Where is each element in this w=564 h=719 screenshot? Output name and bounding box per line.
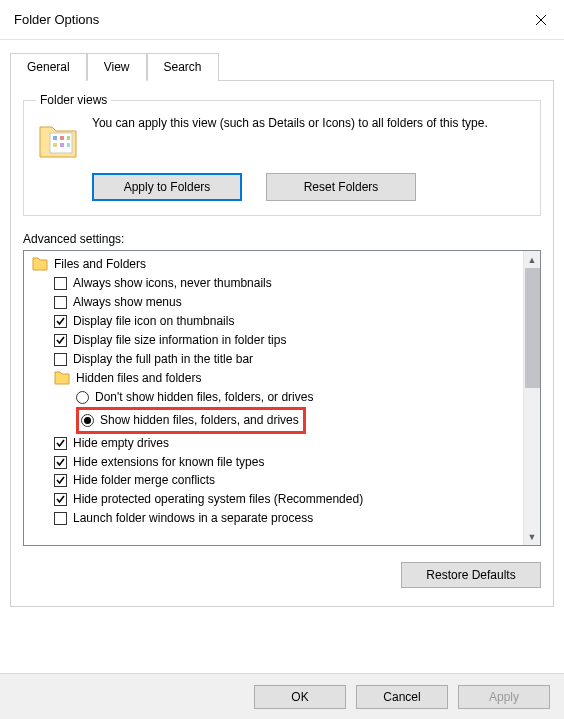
tab-general[interactable]: General [10,53,87,81]
folder-icon [32,257,48,271]
opt-hide-protected[interactable]: Hide protected operating system files (R… [32,490,520,509]
scroll-down-icon[interactable]: ▼ [524,528,541,545]
opt-hide-ext[interactable]: Hide extensions for known file types [32,453,520,472]
opt-launch-separate[interactable]: Launch folder windows in a separate proc… [32,509,520,528]
restore-defaults-button[interactable]: Restore Defaults [401,562,541,588]
tree-group-files-folders: Files and Folders [32,255,520,274]
folder-views-text: You can apply this view (such as Details… [92,115,528,163]
opt-hide-empty[interactable]: Hide empty drives [32,434,520,453]
folder-views-group: Folder views You can apply this view (su… [23,93,541,216]
svg-rect-2 [60,136,64,140]
svg-rect-3 [67,136,70,140]
folder-icon [54,371,70,385]
ok-button[interactable]: OK [254,685,346,709]
svg-rect-1 [53,136,57,140]
tab-strip: General View Search [10,52,554,80]
overflow-fade [24,529,522,545]
tab-view[interactable]: View [87,53,147,81]
vertical-scrollbar[interactable]: ▲ ▼ [523,251,540,545]
checkbox-checked-icon [54,456,67,469]
svg-rect-5 [60,143,64,147]
checkbox-checked-icon [54,334,67,347]
reset-folders-button[interactable]: Reset Folders [266,173,416,201]
folder-views-legend: Folder views [36,93,111,107]
opt-dont-show-hidden[interactable]: Don't show hidden files, folders, or dri… [32,388,520,407]
title-bar: Folder Options [0,0,564,40]
highlight-annotation: Show hidden files, folders, and drives [76,407,306,434]
tab-panel-view: Folder views You can apply this view (su… [10,80,554,607]
checkbox-checked-icon [54,315,67,328]
scroll-thumb[interactable] [525,268,540,388]
folder-preview-icon [36,119,80,163]
radio-selected-icon [81,414,94,427]
opt-hide-merge[interactable]: Hide folder merge conflicts [32,471,520,490]
tree-group-hidden: Hidden files and folders [32,369,520,388]
close-button[interactable] [518,0,564,40]
checkbox-checked-icon [54,437,67,450]
tab-search[interactable]: Search [147,53,219,81]
dialog-footer: OK Cancel Apply [0,673,564,719]
opt-always-icons[interactable]: Always show icons, never thumbnails [32,274,520,293]
opt-full-path[interactable]: Display the full path in the title bar [32,350,520,369]
checkbox-icon [54,277,67,290]
opt-size-tips[interactable]: Display file size information in folder … [32,331,520,350]
close-icon [535,14,547,26]
checkbox-checked-icon [54,474,67,487]
opt-show-hidden[interactable]: Show hidden files, folders, and drives [32,407,520,434]
apply-button[interactable]: Apply [458,685,550,709]
svg-rect-6 [67,143,70,147]
checkbox-checked-icon [54,493,67,506]
opt-always-menus[interactable]: Always show menus [32,293,520,312]
advanced-settings-tree: Files and Folders Always show icons, nev… [23,250,541,546]
apply-to-folders-button[interactable]: Apply to Folders [92,173,242,201]
checkbox-icon [54,353,67,366]
scroll-up-icon[interactable]: ▲ [524,251,541,268]
advanced-settings-label: Advanced settings: [23,232,541,246]
radio-icon [76,391,89,404]
svg-rect-4 [53,143,57,147]
cancel-button[interactable]: Cancel [356,685,448,709]
checkbox-icon [54,512,67,525]
tree-group-label: Files and Folders [54,255,146,274]
checkbox-icon [54,296,67,309]
opt-icon-thumbs[interactable]: Display file icon on thumbnails [32,312,520,331]
window-title: Folder Options [14,12,99,27]
